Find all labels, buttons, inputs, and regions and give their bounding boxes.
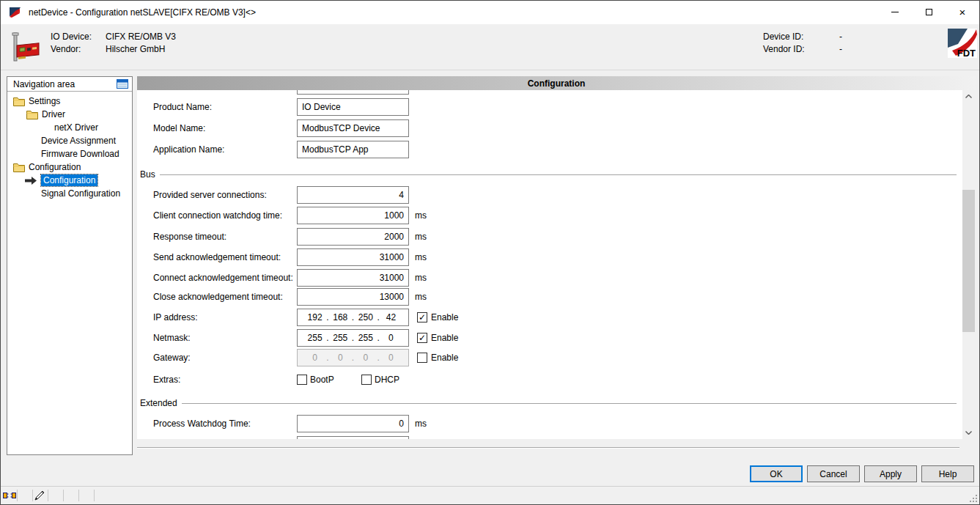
- close-ack-timeout-label: Close acknowledgement timeout:: [153, 288, 283, 306]
- extended-group-title: Extended: [140, 398, 182, 408]
- clipped-top-field[interactable]: [297, 90, 409, 95]
- ip-address-label: IP address:: [153, 309, 197, 326]
- extended-group-header: Extended: [140, 398, 957, 408]
- product-name-input[interactable]: [297, 98, 409, 116]
- ip-address-input[interactable]: 192.168.250.42: [297, 309, 409, 326]
- provided-server-connections-label: Provided server connections:: [153, 186, 267, 204]
- navigation-header: Navigation area: [7, 77, 132, 92]
- connect-ack-timeout-label: Connect acknowledgement timeout:: [153, 269, 293, 287]
- bootp-checkbox[interactable]: [297, 375, 307, 385]
- dhcp-label: DHCP: [375, 371, 399, 388]
- send-ack-timeout-input[interactable]: [297, 248, 409, 266]
- tree-item-firmware-download[interactable]: Firmware Download: [41, 147, 119, 161]
- maximize-icon: [926, 9, 932, 15]
- netmask-label: Netmask:: [153, 329, 191, 347]
- process-watchdog-input[interactable]: [297, 415, 409, 432]
- statusbar-divider: [78, 490, 79, 501]
- statusbar-divider: [32, 490, 33, 501]
- connect-ack-timeout-input[interactable]: [297, 269, 409, 287]
- scroll-up-button[interactable]: [962, 90, 975, 103]
- cancel-button[interactable]: Cancel: [807, 465, 860, 482]
- statusbar-divider: [63, 490, 64, 501]
- response-timeout-label: Response timeout:: [153, 228, 226, 246]
- panel-title: Configuration: [528, 78, 586, 89]
- unit-label: ms: [415, 228, 427, 246]
- response-timeout-input[interactable]: [297, 228, 409, 246]
- check-icon: ✓: [419, 333, 426, 342]
- scrollbar-thumb[interactable]: [962, 190, 975, 332]
- tree-item-configuration[interactable]: Configuration: [25, 174, 97, 187]
- provided-server-connections-input[interactable]: [297, 186, 409, 204]
- statusbar-divider: [48, 490, 48, 501]
- minimize-button[interactable]: [878, 1, 912, 23]
- apply-button[interactable]: Apply: [864, 465, 917, 482]
- statusbar-divider: [94, 490, 95, 501]
- tree-item-settings[interactable]: Settings: [13, 95, 60, 108]
- chevron-up-icon: [965, 95, 972, 98]
- pin-panel-icon[interactable]: [117, 79, 128, 89]
- unit-label: ms: [415, 207, 427, 224]
- close-button[interactable]: ×: [946, 1, 979, 23]
- close-icon: ×: [959, 7, 966, 18]
- tree-item-device-assignment[interactable]: Device Assignment: [41, 134, 116, 147]
- device-card-icon: [10, 30, 40, 64]
- application-name-input[interactable]: [297, 141, 409, 158]
- ip-enable-checkbox[interactable]: ✓: [417, 312, 427, 322]
- maximize-button[interactable]: [912, 1, 946, 23]
- configuration-form: Product Name: Model Name: Application Na…: [137, 90, 962, 439]
- netmask-enable-label: Enable: [431, 329, 458, 347]
- unit-label: ms: [415, 248, 427, 266]
- unit-label: ms: [415, 415, 427, 432]
- ok-button[interactable]: OK: [750, 465, 803, 482]
- close-ack-timeout-input[interactable]: [297, 288, 409, 306]
- device-header: IO Device: CIFX RE/OMB V3 Vendor: Hilsch…: [1, 24, 979, 70]
- edit-mode-pencil-icon: [34, 490, 45, 501]
- panel-title-bar: Configuration: [137, 76, 976, 90]
- folder-icon: [13, 163, 25, 172]
- tree-item-netx-driver[interactable]: netX Driver: [54, 121, 98, 134]
- model-name-input[interactable]: [297, 119, 409, 137]
- current-page-arrow-icon: [25, 177, 37, 185]
- statusbar-divider: [17, 490, 18, 501]
- scroll-down-button[interactable]: [962, 427, 975, 439]
- tree-item-signal-configuration[interactable]: Signal Configuration: [41, 187, 120, 200]
- dhcp-checkbox[interactable]: [361, 375, 372, 385]
- help-button[interactable]: Help: [921, 465, 974, 482]
- window-title: netDevice - Configuration netSLAVE[CIFX …: [29, 7, 256, 18]
- fdt-logo: FDT: [948, 29, 977, 58]
- send-ack-timeout-label: Send acknowledgement timeout:: [153, 248, 281, 266]
- vertical-scrollbar[interactable]: [962, 90, 975, 439]
- check-icon: ✓: [419, 313, 426, 322]
- bus-group-title: Bus: [140, 169, 160, 180]
- bus-group-header: Bus: [140, 169, 957, 180]
- gateway-enable-checkbox[interactable]: [417, 353, 427, 363]
- resize-grip[interactable]: [969, 494, 978, 503]
- gateway-enable-label: Enable: [431, 349, 458, 366]
- io-device-value: CIFX RE/OMB V3: [106, 32, 176, 42]
- vendor-label: Vendor:: [51, 44, 81, 54]
- tree-item-driver[interactable]: Driver: [26, 108, 65, 121]
- model-name-label: Model Name:: [153, 119, 205, 137]
- client-watchdog-input[interactable]: [297, 207, 409, 224]
- navigation-panel: Navigation area Settings Driver netX Dri…: [7, 76, 133, 455]
- tree-item-configuration-folder[interactable]: Configuration: [13, 161, 81, 174]
- group-divider: [160, 174, 957, 175]
- clipped-bottom-field[interactable]: [297, 436, 409, 439]
- selected-tree-label: Configuration: [41, 174, 97, 186]
- app-logo-icon: [8, 5, 23, 20]
- chevron-down-icon: [965, 431, 972, 435]
- device-id-label: Device ID:: [763, 32, 803, 42]
- device-id-value: -: [839, 32, 842, 42]
- app-window: netDevice - Configuration netSLAVE[CIFX …: [0, 0, 980, 505]
- io-device-label: IO Device:: [51, 32, 92, 42]
- netmask-enable-checkbox[interactable]: ✓: [417, 333, 427, 343]
- gateway-input: 0.0.0.0: [297, 349, 409, 366]
- gateway-label: Gateway:: [153, 349, 191, 366]
- unit-label: ms: [415, 269, 427, 287]
- button-area-separator: [137, 447, 959, 449]
- ip-enable-label: Enable: [431, 309, 458, 326]
- vendor-id-value: -: [839, 44, 842, 54]
- application-name-label: Application Name:: [153, 141, 224, 158]
- titlebar[interactable]: netDevice - Configuration netSLAVE[CIFX …: [1, 1, 979, 24]
- netmask-input[interactable]: 255.255.255.0: [297, 329, 409, 347]
